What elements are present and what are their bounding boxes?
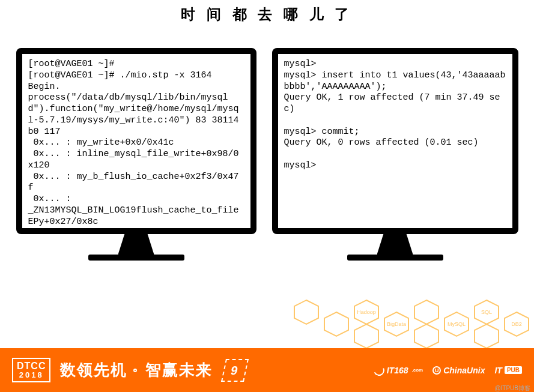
monitor-base-icon	[88, 255, 184, 261]
u-icon: U	[432, 366, 441, 375]
svg-marker-9	[414, 324, 438, 348]
arc-icon	[372, 363, 386, 377]
svg-marker-4	[414, 300, 438, 324]
monitor-stand-icon	[118, 234, 154, 255]
svg-marker-1	[324, 312, 348, 336]
slogan-part-b: 智赢未来	[145, 360, 213, 381]
left-monitor: [root@VAGE01 ~]# [root@VAGE01 ~]# ./mio.…	[16, 48, 256, 261]
brand-chinaunix: U ChinaUnix	[432, 366, 485, 375]
footer-brands: IT168 .com U ChinaUnix IT PUB	[374, 365, 522, 376]
brand-text: IT168	[387, 366, 408, 375]
brand-it168: IT168 .com	[374, 365, 423, 376]
hex-label: DB2	[511, 321, 522, 327]
hex-label: BigData	[387, 321, 406, 327]
hex-label: Hadoop	[357, 309, 376, 315]
monitor-stand-icon	[377, 234, 413, 255]
right-terminal-screen: mysql> mysql> insert into t1 values(43,'…	[272, 48, 518, 234]
svg-marker-10	[475, 324, 499, 348]
pub-tag: PUB	[505, 366, 522, 374]
left-terminal-screen: [root@VAGE01 ~]# [root@VAGE01 ~]# ./mio.…	[16, 48, 256, 234]
dot-icon	[133, 369, 137, 372]
svg-marker-5	[444, 312, 469, 336]
brand-text: IT	[494, 366, 502, 375]
brand-itpub: IT PUB	[494, 366, 522, 375]
hex-label: SQL	[481, 309, 492, 315]
brand-text: ChinaUnix	[443, 366, 485, 375]
svg-marker-8	[354, 324, 378, 348]
monitor-row: [root@VAGE01 ~]# [root@VAGE01 ~]# ./mio.…	[0, 48, 534, 261]
dtcc-badge: DTCC 2018	[12, 358, 50, 382]
svg-marker-3	[384, 312, 408, 336]
svg-marker-7	[505, 312, 529, 336]
badge-title: DTCC	[17, 361, 46, 371]
hex-label: MySQL	[448, 321, 466, 327]
svg-marker-6	[475, 300, 499, 324]
slogan-part-a: 数领先机	[60, 360, 127, 381]
watermark: @ITPUB博客	[494, 384, 530, 392]
right-monitor: mysql> mysql> insert into t1 values(43,'…	[272, 48, 518, 261]
svg-marker-2	[354, 300, 378, 324]
emblem-icon: 9	[221, 359, 249, 382]
svg-marker-0	[294, 300, 318, 324]
badge-year: 2018	[17, 371, 46, 379]
brand-suffix: .com	[412, 367, 423, 373]
monitor-base-icon	[347, 255, 443, 261]
slide-title: 时 间 都 去 哪 儿 了	[0, 5, 534, 24]
footer-slogan: 数领先机 智赢未来 9	[60, 359, 246, 382]
footer-bar: DTCC 2018 数领先机 智赢未来 9 IT168 .com U China…	[0, 348, 534, 392]
